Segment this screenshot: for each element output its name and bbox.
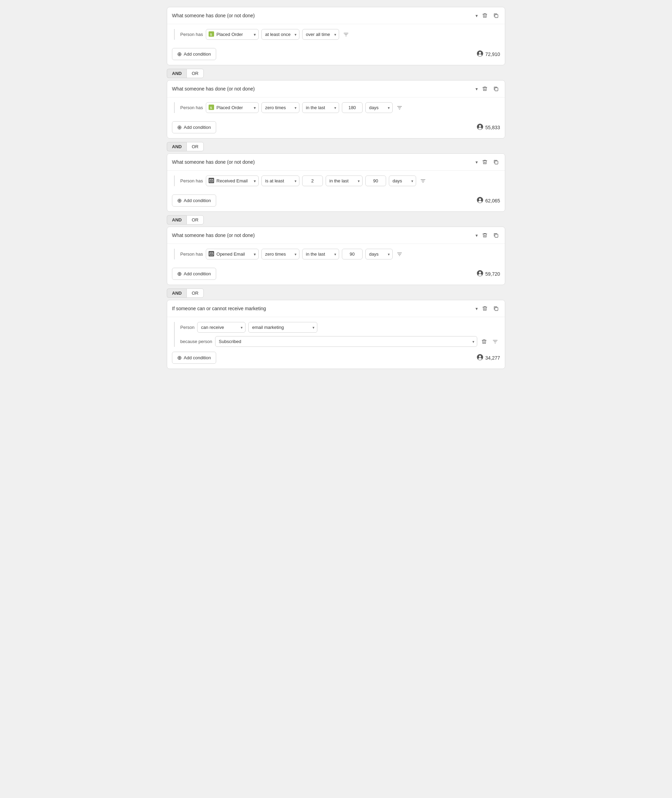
action-select-wrapper-2: S Placed Order Received Email Opened Ema… (206, 102, 259, 113)
frequency-select-1[interactable]: at least once zero times (261, 29, 299, 40)
delete-because-button[interactable] (480, 338, 488, 346)
because-row: because person Subscribed Never Subscrib… (180, 336, 499, 347)
days-select-4[interactable]: days weeks months (365, 249, 393, 260)
condition-body-5: Person can receive cannot receive email … (167, 317, 505, 348)
or-button-3[interactable]: OR (186, 215, 204, 224)
chevron-down-icon-2: ▾ (475, 87, 478, 91)
frequency-wrapper-1: at least once zero times (261, 29, 299, 40)
svg-point-10 (479, 125, 481, 127)
add-condition-label-2: Add condition (184, 125, 211, 130)
condition-footer-3: ⊕ Add condition 62,065 (167, 191, 505, 212)
action-select-2[interactable]: Placed Order Received Email Opened Email (206, 102, 259, 113)
condition-header-4: What someone has done (or not done) ▾ (167, 227, 505, 244)
condition-block-1: What someone has done (or not done) ▾ Pe… (167, 7, 505, 65)
marketing-type-select[interactable]: email marketing SMS marketing (248, 322, 317, 333)
svg-rect-12 (495, 161, 498, 164)
time-filter-wrapper-4: in the last over all time (302, 249, 339, 260)
and-button-3[interactable]: AND (167, 215, 186, 224)
number-input-2[interactable] (342, 102, 363, 113)
chevron-down-icon: ▾ (475, 13, 478, 18)
or-button-2[interactable]: OR (186, 142, 204, 151)
frequency-select-3[interactable]: is at least zero times at least once (261, 175, 299, 186)
time-select-3[interactable]: in the last over all time (326, 175, 363, 186)
add-condition-button-5[interactable]: ⊕ Add condition (172, 352, 216, 364)
svg-rect-6 (495, 88, 498, 91)
action-select-3[interactable]: Received Email Placed Order Opened Email (206, 175, 259, 186)
and-button-4[interactable]: AND (167, 288, 186, 298)
svg-point-5 (478, 54, 482, 56)
add-condition-button-1[interactable]: ⊕ Add condition (172, 48, 216, 60)
time-filter-wrapper-3: in the last over all time (326, 175, 363, 186)
days-select-2[interactable]: days weeks months (365, 102, 393, 113)
add-condition-label-1: Add condition (184, 51, 211, 57)
or-button-1[interactable]: OR (186, 69, 204, 78)
count-display-3: 62,065 (477, 197, 500, 204)
svg-rect-22 (495, 308, 498, 311)
filter-button-1[interactable] (342, 30, 350, 39)
action-select-4[interactable]: Opened Email Placed Order Received Email (206, 249, 259, 260)
because-select[interactable]: Subscribed Never Subscribed Unsubscribed (215, 336, 477, 347)
frequency-select-2[interactable]: zero times at least once (261, 102, 299, 113)
marketing-type-wrapper: email marketing SMS marketing (248, 322, 317, 333)
copy-block5-button[interactable] (492, 304, 500, 312)
person-label-3: Person has (180, 178, 203, 183)
condition-block-3: What someone has done (or not done) ▾ Pe… (167, 153, 505, 212)
filter-button-3[interactable] (419, 177, 427, 185)
page-container: What someone has done (or not done) ▾ Pe… (167, 7, 505, 369)
add-icon-3: ⊕ (177, 197, 182, 204)
person-label-4: Person has (180, 252, 203, 257)
copy-block1-button[interactable] (492, 11, 500, 20)
delete-block1-button[interactable] (481, 11, 489, 20)
frequency-select-4[interactable]: zero times at least once (261, 249, 299, 260)
copy-block3-button[interactable] (492, 158, 500, 166)
copy-block2-button[interactable] (492, 85, 500, 93)
condition-header-2: What someone has done (or not done) ▾ (167, 80, 505, 98)
add-condition-button-2[interactable]: ⊕ Add condition (172, 121, 216, 133)
add-icon-1: ⊕ (177, 51, 182, 57)
number-input-3[interactable] (365, 175, 386, 186)
chevron-down-icon-3: ▾ (475, 160, 478, 165)
time-select-1[interactable]: over all time in the last (302, 29, 339, 40)
add-condition-button-3[interactable]: ⊕ Add condition (172, 194, 216, 207)
svg-point-15 (479, 198, 481, 200)
condition-row-3: Person has Received Email Placed Order O… (180, 175, 499, 186)
logic-row-1: AND OR (167, 69, 505, 78)
time-select-2[interactable]: in the last over all time (302, 102, 339, 113)
count-display-2: 55,833 (477, 124, 500, 131)
copy-block4-button[interactable] (492, 231, 500, 239)
person-label-5: Person (180, 325, 194, 330)
days-select-3[interactable]: days weeks months (389, 175, 416, 186)
and-button-1[interactable]: AND (167, 69, 186, 78)
delete-block2-button[interactable] (481, 85, 489, 93)
svg-rect-0 (495, 14, 498, 18)
or-button-4[interactable]: OR (186, 288, 204, 298)
time-select-4[interactable]: in the last over all time (302, 249, 339, 260)
condition-body-2: Person has S Placed Order Received Email… (167, 98, 505, 118)
count-value-4: 59,720 (485, 271, 500, 277)
action-select-1[interactable]: Placed Order Received Email Opened Email (206, 29, 259, 40)
filter-button-5[interactable] (491, 338, 499, 346)
filter-button-4[interactable] (395, 250, 404, 258)
add-icon-5: ⊕ (177, 354, 182, 361)
days-wrapper-4: days weeks months (365, 249, 393, 260)
condition-row-2: Person has S Placed Order Received Email… (180, 102, 499, 113)
logic-row-3: AND OR (167, 215, 505, 224)
block1-header-label: What someone has done (or not done) (172, 13, 473, 18)
condition-block-5: If someone can or cannot receive marketi… (167, 300, 505, 369)
time-filter-wrapper-2: in the last over all time (302, 102, 339, 113)
person-label-1: Person has (180, 32, 203, 37)
filter-button-2[interactable] (395, 104, 404, 112)
middle-input-3[interactable] (302, 175, 323, 186)
number-input-4[interactable] (342, 249, 363, 260)
delete-block3-button[interactable] (481, 158, 489, 166)
and-button-2[interactable]: AND (167, 142, 186, 151)
receive-select[interactable]: can receive cannot receive (197, 322, 246, 333)
days-wrapper-2: days weeks months (365, 102, 393, 113)
delete-block4-button[interactable] (481, 231, 489, 239)
delete-block5-button[interactable] (481, 304, 489, 312)
count-person-icon-4 (477, 270, 483, 277)
condition-row-1: Person has S Placed Order Received Email… (180, 29, 499, 40)
condition-header-1: What someone has done (or not done) ▾ (167, 7, 505, 24)
add-condition-button-4[interactable]: ⊕ Add condition (172, 268, 216, 280)
chevron-down-icon-4: ▾ (475, 233, 478, 238)
